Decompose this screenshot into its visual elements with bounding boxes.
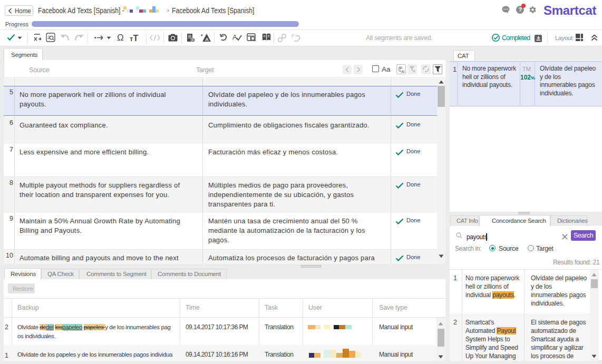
svg-text:A: A xyxy=(205,37,209,42)
svg-text:ac: ac xyxy=(401,70,405,73)
svg-text:A: A xyxy=(232,33,237,41)
svg-text:*: * xyxy=(201,33,203,38)
